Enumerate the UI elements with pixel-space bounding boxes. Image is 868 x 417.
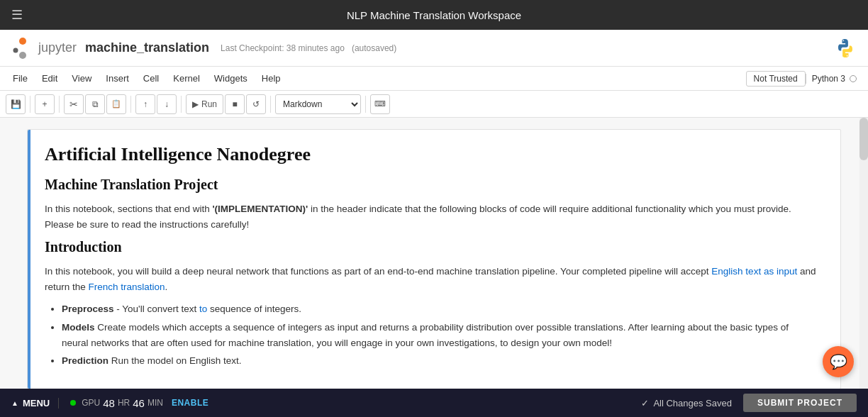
add-cell-button[interactable]: + xyxy=(35,94,55,114)
cell-type-select[interactable]: Markdown Code Raw NBConvert Heading xyxy=(275,94,361,114)
toolbar-divider-2 xyxy=(59,96,60,113)
toolbar-divider-4 xyxy=(181,96,182,113)
menu-kernel[interactable]: Kernel xyxy=(166,70,207,87)
notebook-name[interactable]: machine_translation xyxy=(85,40,209,55)
markdown-cell[interactable]: Artificial Intelligence Nanodegree Machi… xyxy=(27,129,841,389)
submit-project-button[interactable]: SUBMIT PROJECT xyxy=(743,394,857,412)
toolbar-divider-5 xyxy=(270,96,271,113)
cut-button[interactable]: ✂ xyxy=(64,94,84,114)
stop-button[interactable]: ■ xyxy=(225,94,245,114)
jupyter-header: jupyter machine_translation Last Checkpo… xyxy=(0,30,868,67)
arrow-up-icon: ↑ xyxy=(143,99,148,109)
notebook-list: Preprocess - You'll convert text to sequ… xyxy=(62,301,818,368)
status-time-minutes: 46 xyxy=(133,397,145,409)
notebook-para-2: In this notebook, you will build a deep … xyxy=(45,264,818,294)
toolbar-divider-6 xyxy=(365,96,366,113)
status-saved: ✓ All Changes Saved xyxy=(641,398,732,408)
run-button[interactable]: ▶ Run xyxy=(186,94,223,114)
prediction-label: Prediction xyxy=(62,355,108,366)
jupyter-logo: jupyter xyxy=(11,37,77,60)
jupyter-logo-icon xyxy=(11,37,34,60)
keyboard-shortcuts-button[interactable]: ⌨ xyxy=(370,94,390,114)
paste-button[interactable]: 📋 xyxy=(106,94,126,114)
plus-icon: + xyxy=(42,99,47,109)
toolbar: 💾 + ✂ ⧉ 📋 ↑ ↓ ▶ Run ■ ↺ Markdown Code Ra… xyxy=(0,91,868,118)
save-icon: 💾 xyxy=(11,99,21,109)
main-content-area[interactable]: Artificial Intelligence Nanodegree Machi… xyxy=(0,118,868,389)
menu-insert[interactable]: Insert xyxy=(99,70,136,87)
restart-button[interactable]: ↺ xyxy=(246,94,266,114)
cell-content: Artificial Intelligence Nanodegree Machi… xyxy=(28,130,840,389)
checkpoint-info: Last Checkpoint: 38 minutes ago (autosav… xyxy=(221,43,396,53)
chat-bubble-button[interactable]: 💬 xyxy=(823,346,854,377)
list-item-prediction: Prediction Run the model on English text… xyxy=(62,353,818,369)
menu-file[interactable]: File xyxy=(6,70,35,87)
list-item-models: Models Create models which accepts a seq… xyxy=(62,320,818,350)
hamburger-menu-icon[interactable]: ☰ xyxy=(11,7,23,23)
kernel-status-circle xyxy=(850,75,857,82)
svg-point-1 xyxy=(19,52,26,59)
scrollbar-track[interactable] xyxy=(859,118,868,389)
notebook-para-1: In this notebook, sections that end with… xyxy=(45,201,818,232)
status-time-hours-label: HR xyxy=(118,398,130,408)
run-icon: ▶ xyxy=(192,99,199,109)
paste-icon: 📋 xyxy=(111,99,121,109)
toolbar-divider-3 xyxy=(130,96,131,113)
save-button[interactable]: 💾 xyxy=(6,94,26,114)
cut-icon: ✂ xyxy=(69,99,78,110)
svg-point-0 xyxy=(19,38,26,45)
cell-border-indicator xyxy=(28,130,30,389)
preprocess-label: Preprocess xyxy=(62,304,114,314)
status-menu-button[interactable]: ▲ MENU xyxy=(11,398,59,408)
saved-text: All Changes Saved xyxy=(653,398,732,408)
chat-icon: 💬 xyxy=(830,353,847,370)
checkmark-icon: ✓ xyxy=(641,398,649,408)
title-bar: ☰ NLP Machine Translation Workspace xyxy=(0,0,868,30)
move-up-button[interactable]: ↑ xyxy=(135,94,155,114)
jupyter-brand-text: jupyter xyxy=(38,40,77,55)
status-gpu: GPU xyxy=(70,398,100,408)
menu-help[interactable]: Help xyxy=(255,70,288,87)
python-logo-icon xyxy=(834,37,857,60)
copy-icon: ⧉ xyxy=(92,99,99,109)
move-down-button[interactable]: ↓ xyxy=(157,94,177,114)
menu-cell[interactable]: Cell xyxy=(136,70,166,87)
menu-bar: File Edit View Insert Cell Kernel Widget… xyxy=(0,67,868,91)
status-menu-label: MENU xyxy=(23,398,50,408)
notebook-h2-1: Machine Translation Project xyxy=(45,177,818,193)
keyboard-icon: ⌨ xyxy=(374,99,386,109)
menu-edit[interactable]: Edit xyxy=(35,70,65,87)
arrow-down-icon: ↓ xyxy=(165,99,169,109)
implementation-highlight: '(IMPLEMENTATION)' xyxy=(212,204,308,214)
svg-point-2 xyxy=(13,48,18,52)
status-time-minutes-label: MIN xyxy=(148,398,163,408)
run-label: Run xyxy=(201,99,217,109)
chevron-up-icon: ▲ xyxy=(11,399,18,407)
menu-widgets[interactable]: Widgets xyxy=(207,70,255,87)
status-bar: ▲ MENU GPU 48 HR 46 MIN ENABLE ✓ All Cha… xyxy=(0,389,868,417)
kernel-info: Python 3 xyxy=(806,74,862,84)
status-time-hours: 48 xyxy=(103,397,115,409)
notebook-h1: Artificial Intelligence Nanodegree xyxy=(45,144,818,165)
scrollbar-thumb[interactable] xyxy=(859,118,868,160)
gpu-status-dot xyxy=(70,400,76,406)
models-label: Models xyxy=(62,322,95,333)
window-title: NLP Machine Translation Workspace xyxy=(347,9,521,21)
gpu-label: GPU xyxy=(82,398,100,408)
stop-icon: ■ xyxy=(232,99,237,109)
enable-button[interactable]: ENABLE xyxy=(172,398,208,408)
menu-view[interactable]: View xyxy=(65,70,99,87)
copy-button[interactable]: ⧉ xyxy=(85,94,105,114)
toolbar-divider-1 xyxy=(30,96,30,113)
list-item-preprocess: Preprocess - You'll convert text to sequ… xyxy=(62,301,818,317)
notebook-container: Artificial Intelligence Nanodegree Machi… xyxy=(16,129,852,389)
trust-button[interactable]: Not Trusted xyxy=(746,71,806,87)
restart-icon: ↺ xyxy=(252,99,260,109)
notebook-h2-2: Introduction xyxy=(45,239,818,255)
